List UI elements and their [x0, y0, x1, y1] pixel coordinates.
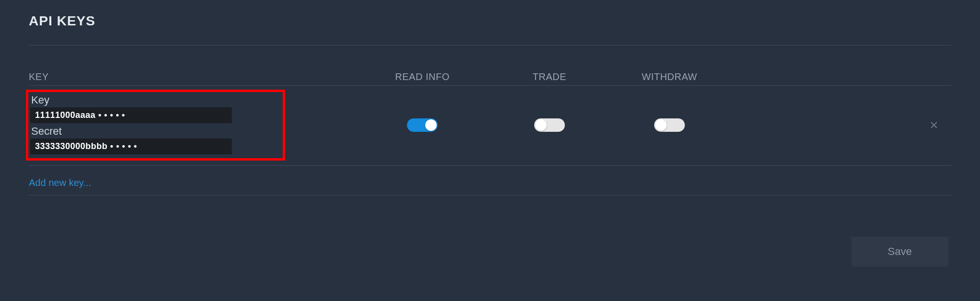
- key-value[interactable]: 11111000aaaa • • • • •: [30, 107, 232, 123]
- toggle-knob: [425, 119, 437, 131]
- toggle-knob: [535, 119, 547, 131]
- toggle-knob: [655, 119, 667, 131]
- col-header-read: READ INFO: [355, 71, 490, 82]
- api-key-row: Key 11111000aaaa • • • • • Secret 333333…: [29, 86, 951, 166]
- col-header-trade: TRADE: [490, 71, 610, 82]
- secret-label: Secret: [31, 125, 281, 138]
- page-title: API KEYS: [29, 13, 951, 46]
- key-label: Key: [31, 94, 281, 106]
- withdraw-toggle[interactable]: [654, 118, 685, 132]
- read-info-toggle[interactable]: [407, 118, 438, 132]
- api-keys-table: KEY READ INFO TRADE WITHDRAW Key 1111100…: [29, 71, 951, 196]
- table-header: KEY READ INFO TRADE WITHDRAW: [29, 71, 951, 86]
- save-button[interactable]: Save: [851, 237, 948, 266]
- col-header-withdraw: WITHDRAW: [610, 71, 729, 82]
- secret-value[interactable]: 3333330000bbbb • • • • •: [30, 139, 232, 154]
- delete-key-button[interactable]: [928, 119, 940, 131]
- col-header-key: KEY: [29, 71, 355, 82]
- close-icon: [930, 121, 938, 129]
- trade-toggle[interactable]: [534, 118, 565, 132]
- key-secret-highlight: Key 11111000aaaa • • • • • Secret 333333…: [26, 90, 285, 161]
- add-new-key-link[interactable]: Add new key...: [29, 177, 91, 188]
